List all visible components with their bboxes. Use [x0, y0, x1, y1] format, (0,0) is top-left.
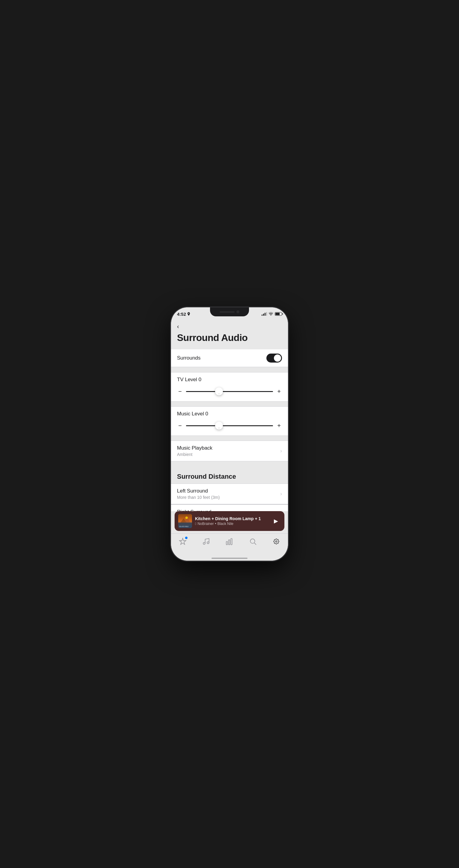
left-surround-content: Left Surround More than 10 feet (3m) — [177, 488, 220, 500]
music-level-label: Music Level 0 — [177, 411, 282, 417]
page-title: Surround Audio — [171, 330, 288, 349]
spacer-3 — [171, 436, 288, 441]
surrounds-row: Surrounds — [171, 349, 288, 367]
tv-level-track — [186, 391, 273, 392]
music-level-tick — [219, 427, 219, 429]
spacer-1 — [171, 367, 288, 372]
album-art: BLACK NILE — [178, 514, 192, 528]
mini-player-service: NoBrainer — [197, 522, 214, 526]
settings-icon — [272, 537, 281, 546]
music-icon — [202, 537, 210, 546]
right-surround-content: Right Surround More than 10 feet (3m) — [177, 509, 220, 511]
tv-level-plus[interactable]: + — [276, 388, 282, 395]
album-art-image: BLACK NILE — [178, 514, 192, 528]
battery-level — [275, 313, 280, 315]
mini-player-play-button[interactable]: ▶ — [271, 516, 281, 526]
tv-level-minus[interactable]: − — [177, 388, 183, 395]
tv-level-label: TV Level 0 — [177, 377, 282, 383]
svg-text:BLACK NILE: BLACK NILE — [179, 526, 189, 527]
surrounds-label: Surrounds — [177, 355, 200, 361]
svg-point-7 — [207, 542, 209, 544]
home-bar — [211, 558, 248, 559]
front-camera — [236, 310, 239, 313]
signal-strength-icon — [262, 312, 267, 316]
svg-point-13 — [276, 541, 277, 542]
favorites-badge — [185, 537, 188, 539]
left-surround-row[interactable]: Left Surround More than 10 feet (3m) › — [171, 484, 288, 504]
status-icons — [262, 312, 282, 316]
surrounds-toggle[interactable] — [266, 353, 282, 363]
svg-rect-9 — [229, 540, 230, 545]
svg-line-12 — [254, 543, 256, 545]
spacer-4 — [171, 461, 288, 466]
spacer-2 — [171, 402, 288, 406]
mini-player-subtitle:  NoBrainer • Black Nile — [195, 522, 268, 526]
favorites-icon — [178, 537, 187, 546]
status-time: 4:52 — [177, 312, 190, 317]
phone-screen: 4:52 — [171, 307, 288, 561]
surround-distance-header: Surround Distance — [171, 466, 288, 484]
screen-content: ‹ Surround Audio Surrounds TV Level 0 − — [171, 320, 288, 511]
mini-player[interactable]: BLACK NILE Kitchen + Dining Room Lamp + … — [174, 511, 285, 531]
apple-logo-icon:  — [195, 522, 196, 526]
phone-frame: 4:52 — [171, 307, 288, 561]
speaker-grille — [220, 311, 235, 313]
tab-favorites[interactable] — [171, 536, 194, 547]
wifi-icon — [268, 312, 273, 316]
music-level-slider[interactable] — [186, 421, 273, 430]
music-playback-chevron: › — [280, 448, 282, 454]
home-indicator — [171, 558, 288, 561]
tv-level-slider-row: − + — [177, 387, 282, 396]
music-level-minus[interactable]: − — [177, 422, 183, 429]
tab-music[interactable] — [194, 536, 218, 547]
right-surround-title: Right Surround — [177, 509, 220, 511]
notch — [210, 307, 249, 316]
right-surround-row[interactable]: Right Surround More than 10 feet (3m) › — [171, 504, 288, 511]
music-playback-subtitle: Ambient — [177, 452, 212, 457]
music-level-plus[interactable]: + — [276, 422, 282, 429]
mini-player-title: Kitchen + Dining Room Lamp + 1 — [195, 516, 268, 521]
location-icon — [187, 312, 190, 316]
toggle-knob — [274, 354, 281, 362]
tab-bar — [171, 533, 288, 558]
music-level-slider-row: − + — [177, 421, 282, 430]
music-playback-title: Music Playback — [177, 445, 212, 451]
tab-settings[interactable] — [265, 536, 288, 547]
music-level-section: Music Level 0 − + — [171, 406, 288, 436]
tv-level-slider[interactable] — [186, 387, 273, 396]
mini-player-info: Kitchen + Dining Room Lamp + 1  NoBrain… — [195, 516, 268, 526]
svg-rect-10 — [231, 538, 232, 545]
svg-point-4 — [186, 517, 188, 519]
left-surround-chevron: › — [280, 491, 282, 497]
svg-point-11 — [250, 539, 255, 543]
left-surround-subtitle: More than 10 feet (3m) — [177, 495, 220, 500]
mini-player-track: Black Nile — [218, 522, 233, 526]
now-playing-icon — [225, 537, 234, 546]
tv-level-tick — [219, 393, 219, 394]
status-bar: 4:52 — [171, 307, 288, 320]
back-button[interactable]: ‹ — [171, 320, 288, 330]
music-playback-row[interactable]: Music Playback Ambient › — [171, 441, 288, 461]
search-icon — [249, 537, 257, 546]
svg-point-6 — [203, 542, 205, 545]
left-surround-title: Left Surround — [177, 488, 220, 494]
music-playback-content: Music Playback Ambient — [177, 445, 212, 457]
svg-rect-8 — [226, 541, 227, 545]
music-level-track — [186, 425, 273, 426]
tv-level-section: TV Level 0 − + — [171, 372, 288, 402]
tab-search[interactable] — [241, 536, 265, 547]
time-display: 4:52 — [177, 312, 186, 317]
battery-icon — [275, 312, 282, 316]
tab-now-playing[interactable] — [218, 536, 241, 547]
